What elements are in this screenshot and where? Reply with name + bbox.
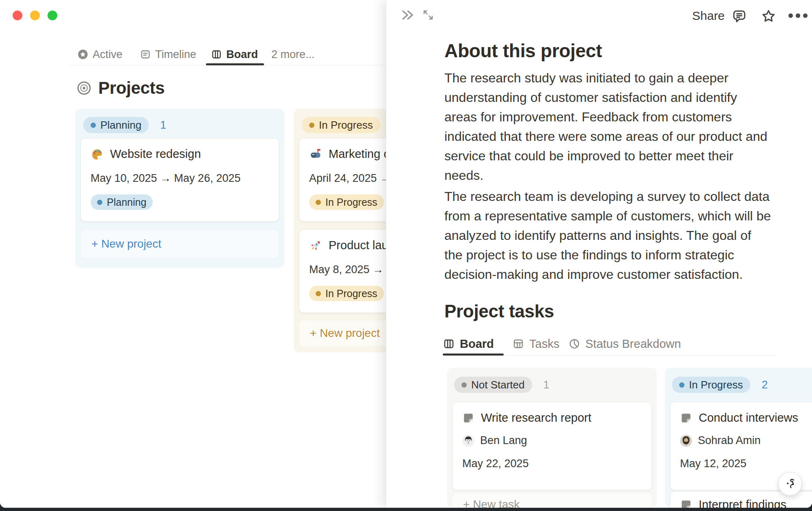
star-badge-icon bbox=[77, 49, 89, 60]
database-view-tabs: Active Timeline Board 2 more... bbox=[0, 45, 386, 63]
new-project-button-in-progress[interactable]: + New project bbox=[299, 320, 386, 347]
tasks-view-tabs: Board Tasks Status Breakdown bbox=[386, 334, 812, 353]
column-count: 2 bbox=[762, 379, 768, 391]
board-icon bbox=[443, 338, 455, 350]
notion-window: Active Timeline Board 2 more... bbox=[0, 0, 812, 508]
board-icon bbox=[211, 49, 222, 60]
zoom-window-button[interactable] bbox=[48, 11, 57, 20]
status-label: Not Started bbox=[471, 379, 525, 391]
tasks-tab-board[interactable]: Board bbox=[443, 334, 494, 353]
new-task-button[interactable]: + New task bbox=[452, 493, 652, 508]
project-card-product-launch[interactable]: Product lau May 8, 2025 → Ma In Progress bbox=[299, 229, 386, 313]
notion-ai-button[interactable] bbox=[778, 472, 802, 496]
status-pill-planning[interactable]: Planning bbox=[83, 117, 149, 133]
notion-ai-face-icon bbox=[783, 477, 797, 491]
diagonal-expand-icon[interactable] bbox=[421, 8, 435, 22]
comment-icon[interactable] bbox=[731, 8, 747, 24]
ellipsis-icon[interactable] bbox=[788, 13, 808, 18]
status-label: Planning bbox=[107, 196, 146, 208]
target-icon bbox=[76, 80, 92, 96]
card-title: Interpret findings bbox=[699, 498, 786, 508]
status-label: In Progress bbox=[319, 119, 373, 132]
task-icon bbox=[462, 412, 474, 424]
tasks-tab-label: Board bbox=[460, 337, 494, 351]
tasks-tab-status-breakdown[interactable]: Status Breakdown bbox=[568, 334, 681, 353]
status-dot bbox=[316, 200, 321, 205]
mailbox-icon bbox=[309, 148, 322, 161]
view-tab-label: Board bbox=[226, 48, 258, 61]
paragraph-2[interactable]: The research team is developing a survey… bbox=[444, 187, 771, 284]
status-dot bbox=[316, 291, 321, 296]
status-pill-not-started[interactable]: Not Started bbox=[454, 377, 532, 393]
card-title: Conduct interviews bbox=[699, 411, 798, 425]
column-not-started-header: Not Started 1 bbox=[454, 377, 550, 393]
sohrab-amin-avatar bbox=[680, 435, 692, 447]
close-window-button[interactable] bbox=[13, 11, 22, 20]
view-tab-label: Active bbox=[93, 48, 123, 61]
column-count: 1 bbox=[160, 119, 166, 132]
palette-icon bbox=[91, 148, 104, 161]
card-status-tag: In Progress bbox=[309, 194, 384, 210]
card-title: Marketing c bbox=[329, 147, 386, 161]
status-dot bbox=[91, 123, 96, 128]
status-label: In Progress bbox=[689, 379, 743, 391]
selected-tab-underline bbox=[206, 63, 264, 65]
share-button[interactable]: Share bbox=[692, 9, 725, 23]
column-count: 1 bbox=[543, 379, 550, 391]
tasks-tab-label: Status Breakdown bbox=[585, 337, 681, 351]
task-icon bbox=[680, 412, 692, 424]
column-in-progress-tasks-header: In Progress 2 bbox=[672, 377, 768, 393]
tasks-tab-label: Tasks bbox=[529, 337, 559, 351]
view-tab-timeline[interactable]: Timeline bbox=[140, 45, 196, 63]
card-date-range: May 10, 2025 → May 26, 2025 bbox=[91, 172, 269, 185]
timeline-icon bbox=[140, 49, 151, 60]
card-title: Product lau bbox=[329, 239, 386, 252]
status-pill-in-progress[interactable]: In Progress bbox=[672, 377, 750, 393]
column-planning-header: Planning 1 bbox=[83, 117, 166, 133]
database-title[interactable]: Projects bbox=[98, 78, 165, 98]
star-icon[interactable] bbox=[760, 8, 777, 24]
tasks-selected-tab-underline bbox=[443, 354, 504, 356]
ben-lang-avatar bbox=[462, 435, 474, 447]
side-peek-pane: Share About this project The research st… bbox=[386, 0, 812, 508]
view-tab-more[interactable]: 2 more... bbox=[271, 45, 315, 63]
status-pill-in-progress[interactable]: In Progress bbox=[302, 117, 380, 133]
table-icon bbox=[512, 338, 524, 350]
database-title-row: Projects bbox=[76, 78, 165, 98]
task-card-write-research-report[interactable]: Write research report Ben Lang May 22, 2… bbox=[452, 402, 652, 490]
status-dot bbox=[97, 200, 102, 205]
view-tab-board[interactable]: Board bbox=[211, 45, 258, 63]
main-pane: Active Timeline Board 2 more... bbox=[0, 0, 386, 508]
assignee-name: Ben Lang bbox=[480, 434, 527, 447]
column-in-progress-header: In Progress bbox=[302, 117, 380, 133]
minimize-window-button[interactable] bbox=[30, 11, 40, 20]
tasks-tab-tasks[interactable]: Tasks bbox=[512, 334, 559, 353]
pie-chart-icon bbox=[568, 338, 580, 350]
project-card-marketing[interactable]: Marketing c April 24, 2025 → M In Progre… bbox=[299, 138, 386, 222]
project-card-website-redesign[interactable]: Website redesign May 10, 2025 → May 26, … bbox=[80, 138, 279, 222]
card-status-tag: Planning bbox=[91, 194, 153, 210]
rocket-icon bbox=[309, 239, 322, 252]
double-chevron-right-icon[interactable] bbox=[400, 7, 415, 23]
card-date-range: May 8, 2025 → Ma bbox=[309, 263, 386, 276]
card-due-date: May 22, 2025 bbox=[462, 457, 642, 470]
card-title: Write research report bbox=[481, 411, 591, 425]
card-title: Website redesign bbox=[110, 147, 201, 161]
status-dot bbox=[309, 123, 314, 128]
paragraph-1[interactable]: The research study was initiated to gain… bbox=[444, 68, 771, 185]
card-date-range: April 24, 2025 → M bbox=[309, 172, 386, 185]
view-tab-active[interactable]: Active bbox=[77, 45, 123, 63]
status-label: In Progress bbox=[325, 288, 377, 300]
page-heading-about[interactable]: About this project bbox=[444, 40, 602, 62]
page-heading-tasks[interactable]: Project tasks bbox=[444, 301, 554, 321]
assignee-name: Sohrab Amin bbox=[698, 434, 761, 447]
status-label: Planning bbox=[100, 119, 141, 132]
card-due-date: May 12, 2025 bbox=[680, 457, 812, 470]
status-label: In Progress bbox=[325, 196, 377, 208]
card-status-tag: In Progress bbox=[309, 286, 384, 301]
view-tab-label: Timeline bbox=[155, 48, 196, 61]
status-dot bbox=[679, 382, 684, 388]
new-project-button-planning[interactable]: + New project bbox=[80, 230, 279, 258]
view-tab-label: 2 more... bbox=[271, 48, 315, 61]
status-dot bbox=[461, 382, 467, 388]
